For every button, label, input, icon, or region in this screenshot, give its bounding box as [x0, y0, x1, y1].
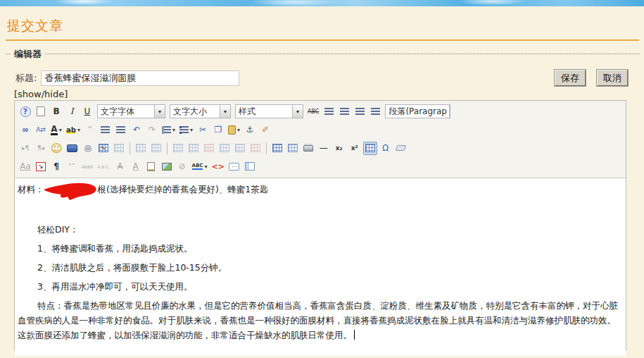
content-line-materials: 材料：根(选择快要烂掉的香蕉会更好)、蜂蜜1茶匙: [18, 182, 623, 197]
horizontal-rule-icon[interactable]: —: [317, 142, 331, 155]
page-title: 提交文章: [7, 17, 644, 35]
ltr-direction-icon: ▸¶: [18, 142, 32, 155]
underline-icon[interactable]: U: [80, 105, 94, 118]
find-icon[interactable]: ∞: [18, 123, 32, 137]
template-icon[interactable]: [243, 160, 257, 173]
content-paragraph: 轻松DIY：: [18, 222, 623, 237]
delete-col-icon: [248, 142, 263, 155]
image-manager-icon[interactable]: [160, 160, 174, 173]
font-props-icon: Aa: [18, 160, 32, 173]
show-blocks-icon[interactable]: ¶: [49, 160, 63, 173]
table-icon[interactable]: [270, 142, 284, 155]
quotes-icon: “”: [65, 160, 79, 173]
new-document-icon[interactable]: [34, 105, 48, 118]
content-step-1: 1、将蜂蜜调和香蕉，用汤匙捣成泥状。: [18, 241, 623, 256]
superscript-icon[interactable]: x²: [348, 142, 362, 155]
fieldset-legend: 编辑器: [11, 48, 44, 61]
special-char-icon[interactable]: Ω: [379, 142, 393, 155]
preview-icon[interactable]: ◎: [81, 142, 95, 155]
red-scribble: [43, 183, 99, 201]
emoticons-icon[interactable]: ☺: [49, 142, 64, 155]
subscript-icon[interactable]: x₂: [332, 142, 346, 155]
editor-content[interactable]: 材料：根(选择快要烂掉的香蕉会更好)、蜂蜜1茶匙 轻松DIY： 1、将蜂蜜调和香…: [15, 178, 626, 356]
paragraph-format-select-arrow[interactable]: ▾: [449, 105, 450, 118]
title-input[interactable]: [41, 70, 239, 86]
row-props-icon: [134, 142, 148, 155]
undo-icon[interactable]: ↶: [130, 123, 144, 137]
align-justify-icon[interactable]: [368, 105, 382, 118]
numbered-list-icon[interactable]: ▾: [160, 123, 177, 137]
bold-icon[interactable]: B: [49, 105, 63, 118]
copy-icon[interactable]: ❐: [211, 123, 225, 137]
cancel-button[interactable]: 取消: [597, 70, 628, 86]
redo-icon: ↷: [145, 123, 159, 137]
rtl-direction-icon: ¶◂: [34, 142, 48, 155]
editor-fieldset-border: 编辑器: [6, 54, 640, 54]
paste-icon[interactable]: ▾: [227, 123, 241, 137]
italic-icon[interactable]: I: [65, 105, 79, 118]
ins-text-icon: A: [129, 160, 143, 173]
style-select-arrow[interactable]: ▾: [292, 105, 303, 118]
outdent-icon[interactable]: [114, 123, 128, 137]
toolbar-separator: [167, 142, 168, 154]
table-props-icon: [112, 142, 126, 155]
acronym-icon: A.B.C.: [96, 160, 112, 173]
rich-text-editor: ?BIU文字字体▾文字大小▾样式▾ABC段落(Paragrap▾ ∞A⇄A▾ab…: [14, 100, 626, 351]
align-left-icon[interactable]: [322, 105, 336, 118]
insert-image-icon[interactable]: ↘: [34, 160, 48, 173]
insert-col-right-icon: [233, 142, 247, 155]
find-replace-icon[interactable]: A⇄: [34, 123, 48, 137]
cut-icon[interactable]: ✂: [196, 123, 210, 137]
media-icon[interactable]: [65, 142, 80, 155]
save-button[interactable]: 保存: [555, 70, 586, 86]
indent-icon[interactable]: [99, 123, 113, 137]
delete-row-icon: [202, 142, 216, 155]
font-size-select[interactable]: 文字大小▾: [170, 104, 231, 118]
del-text-icon: A: [113, 160, 127, 173]
blockquote-icon: “: [83, 123, 97, 137]
align-center-icon[interactable]: [337, 105, 351, 118]
spellcheck-icon[interactable]: ABC▾: [191, 160, 209, 173]
content-step-2: 2、清洁肌肤之后，将面膜敷于脸上10-15分钟。: [18, 260, 623, 275]
toolbar-separator: [266, 142, 267, 154]
insert-row-below-icon: [187, 142, 201, 155]
abbr-icon: ABBR: [80, 160, 95, 173]
nonbreaking-icon[interactable]: ⋯: [227, 160, 241, 173]
cleanup-brush-icon[interactable]: ✐: [258, 123, 272, 137]
align-right-icon[interactable]: [353, 105, 367, 118]
attributes-icon[interactable]: [144, 160, 158, 173]
show-hide-toggle[interactable]: [show/hide]: [14, 89, 68, 99]
content-step-3: 3、再用温水冲净即可，可以天天使用。: [18, 279, 623, 294]
text-cursor: [354, 330, 355, 340]
toolbar-separator: [130, 142, 130, 154]
highlight-color-icon[interactable]: ab▾: [65, 123, 82, 137]
insert-table-icon[interactable]: ✎: [96, 142, 111, 155]
title-label: 标题:: [15, 72, 37, 85]
source-code-icon[interactable]: <>: [210, 160, 225, 173]
font-size-select-arrow[interactable]: ▾: [220, 105, 230, 118]
top-sky-banner: [0, 0, 644, 6]
insert-row-above-icon: [171, 142, 185, 155]
orange-divider: [6, 39, 639, 41]
print-icon[interactable]: [301, 142, 315, 155]
merge-cells-icon[interactable]: [286, 142, 300, 155]
cell-props-icon: [149, 142, 163, 155]
font-family-select[interactable]: 文字字体▾: [97, 104, 165, 118]
text-color-icon[interactable]: A▾: [49, 123, 63, 137]
editor-toolbar: ?BIU文字字体▾文字大小▾样式▾ABC段落(Paragrap▾ ∞A⇄A▾ab…: [15, 101, 626, 178]
help-icon[interactable]: ?: [18, 105, 32, 118]
font-family-select-arrow[interactable]: ▾: [154, 105, 165, 118]
remove-format-icon[interactable]: [394, 142, 408, 155]
bullet-list-icon[interactable]: ▾: [178, 123, 194, 137]
strikethrough-icon[interactable]: ABC: [306, 105, 320, 118]
unlink-icon: ⊘: [175, 160, 189, 173]
content-features: 特点：香蕉是热带地区常见且价廉的水果，但是它的营养价值相当高，香蕉富含蛋白质、淀…: [18, 298, 623, 342]
paragraph-format-select[interactable]: 段落(Paragrap▾: [385, 104, 450, 118]
insert-col-left-icon: [217, 142, 232, 155]
anchor-icon[interactable]: ⚓: [243, 123, 257, 137]
visual-aid-icon[interactable]: [363, 142, 377, 155]
style-select[interactable]: 样式▾: [235, 104, 303, 118]
